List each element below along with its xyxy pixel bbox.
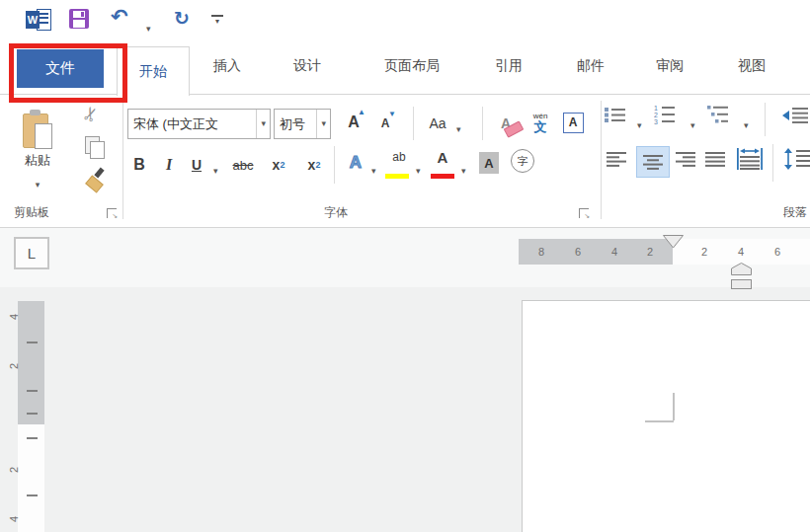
align-left-icon[interactable]	[607, 152, 626, 167]
underline-dropdown-icon[interactable]	[213, 160, 218, 178]
svg-text:3: 3	[654, 118, 658, 124]
text-effects-icon[interactable]: A	[342, 146, 369, 180]
change-case-button[interactable]: Aa	[423, 111, 452, 136]
numbering-dropdown-icon[interactable]	[690, 114, 695, 132]
decrease-indent-icon[interactable]	[780, 107, 808, 124]
group-divider	[601, 101, 602, 219]
svg-text:2: 2	[654, 112, 658, 118]
margin-crop-mark	[645, 420, 674, 422]
numbering-icon[interactable]: 1 2 3	[654, 105, 676, 124]
multilevel-list-icon[interactable]	[707, 105, 729, 124]
font-color-dropdown-icon[interactable]	[461, 160, 466, 178]
distributed-icon[interactable]	[737, 148, 763, 170]
tab-insert[interactable]: 插入	[213, 57, 241, 75]
justify-icon[interactable]	[705, 152, 725, 167]
font-size-combo[interactable]: 初号	[274, 109, 331, 139]
tab-mailings[interactable]: 邮件	[577, 57, 605, 75]
horizontal-ruler-margin[interactable]: 8 6 4 2	[519, 239, 673, 265]
strikethrough-button[interactable]: abc	[225, 148, 261, 182]
character-border-icon[interactable]: A	[559, 109, 587, 136]
phonetic-guide-icon[interactable]: wén 文	[527, 105, 553, 140]
font-name-combo[interactable]: 宋体 (中文正文	[127, 109, 271, 139]
ribbon: 粘贴 剪贴板 宋体 (中文正文 初号 A ▲ A ▼	[0, 95, 810, 228]
bullets-icon[interactable]	[605, 107, 626, 123]
undo-icon[interactable]	[111, 5, 128, 29]
tab-view[interactable]: 视图	[738, 57, 766, 75]
line-spacing-icon[interactable]	[784, 148, 810, 170]
multilevel-dropdown-icon[interactable]	[744, 114, 749, 132]
clipboard-dialog-launcher-icon[interactable]	[107, 208, 117, 218]
tab-references[interactable]: 引用	[495, 57, 523, 75]
align-center-button[interactable]	[636, 146, 670, 178]
font-size-value: 初号	[275, 115, 316, 133]
italic-button[interactable]: I	[158, 148, 180, 182]
font-color-icon[interactable]: A	[429, 144, 456, 170]
save-icon[interactable]	[69, 9, 89, 29]
font-name-value: 宋体 (中文正文	[128, 115, 256, 133]
word-logo-icon: W	[26, 8, 51, 32]
enclose-characters-icon[interactable]: 字	[508, 146, 537, 176]
tab-page-layout[interactable]: 页面布局	[384, 57, 440, 75]
tab-home[interactable]: 开始	[117, 46, 190, 96]
tab-review[interactable]: 审阅	[656, 57, 684, 75]
undo-dropdown-icon[interactable]	[146, 18, 151, 36]
font-group-label: 字体	[296, 204, 375, 221]
font-dialog-launcher-icon[interactable]	[579, 208, 589, 218]
redo-icon[interactable]	[174, 7, 190, 30]
annotation-box	[9, 43, 127, 103]
clear-formatting-icon[interactable]: A	[492, 109, 520, 138]
font-size-dropdown-icon[interactable]	[316, 110, 330, 138]
format-painter-icon[interactable]	[85, 168, 107, 191]
left-indent-marker[interactable]	[731, 275, 752, 293]
font-name-dropdown-icon[interactable]	[256, 110, 270, 138]
text-effects-dropdown-icon[interactable]	[371, 160, 376, 178]
vertical-ruler-text-area[interactable]	[18, 424, 44, 532]
word-logo-letter: W	[26, 11, 40, 29]
character-shading-icon[interactable]: A	[476, 148, 502, 178]
grow-font-button[interactable]: A ▲	[340, 109, 367, 136]
subscript-button[interactable]: x2	[263, 148, 294, 182]
first-line-indent-marker[interactable]	[663, 235, 684, 253]
quick-access-toolbar: W	[0, 0, 810, 43]
change-case-dropdown-icon[interactable]	[456, 118, 461, 136]
clipboard-group-label: 剪贴板	[14, 204, 49, 221]
superscript-button[interactable]: x2	[298, 148, 330, 182]
paste-label: 粘贴	[25, 152, 50, 170]
copy-icon[interactable]	[85, 136, 105, 158]
paste-icon	[23, 110, 52, 149]
word-window: W 文件 开始 插入 设计 页面布局 引用 邮件 审阅 视图 粘贴	[0, 0, 810, 532]
margin-crop-mark	[673, 393, 675, 420]
bullets-dropdown-icon[interactable]	[637, 114, 642, 132]
document-page[interactable]	[522, 300, 810, 532]
customize-qat-icon[interactable]	[211, 15, 223, 29]
paragraph-group-label: 段落	[783, 204, 807, 221]
highlight-color-bar	[385, 174, 409, 179]
paste-dropdown-icon[interactable]	[36, 174, 40, 191]
highlight-dropdown-icon[interactable]	[416, 160, 421, 178]
highlight-color-icon[interactable]: ab	[385, 144, 413, 170]
shrink-font-button[interactable]: A ▼	[372, 111, 398, 136]
tab-stop-selector[interactable]: L	[14, 237, 49, 269]
underline-button[interactable]: U	[184, 148, 209, 182]
vertical-ruler-margin[interactable]	[18, 301, 44, 424]
document-workspace: L 8 6 4 2 2 4 6 4 2 2 4	[0, 228, 810, 532]
paste-button[interactable]: 粘贴	[8, 101, 67, 199]
align-right-icon[interactable]	[676, 152, 695, 167]
tab-design[interactable]: 设计	[293, 57, 321, 75]
bold-button[interactable]: B	[124, 148, 154, 182]
group-divider	[122, 101, 123, 219]
cut-icon[interactable]	[83, 103, 99, 125]
svg-text:1: 1	[654, 105, 658, 112]
font-color-bar	[431, 174, 454, 179]
